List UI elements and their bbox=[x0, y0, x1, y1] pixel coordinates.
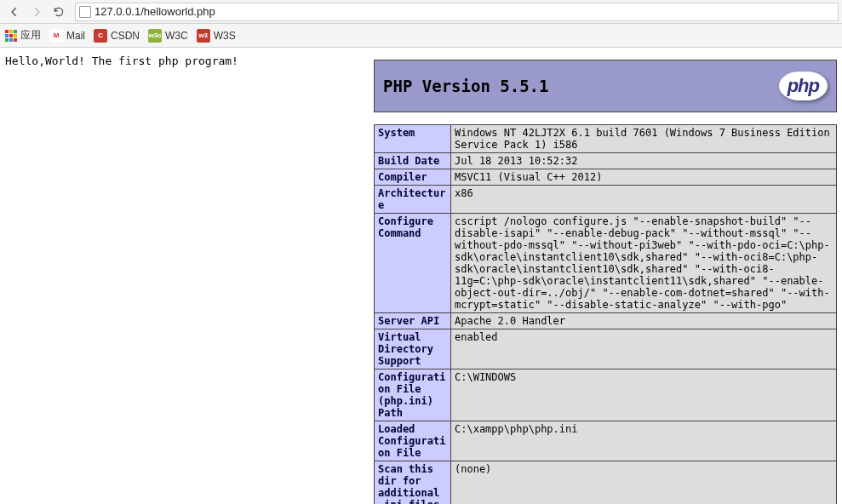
arrow-left-icon bbox=[9, 6, 20, 18]
table-row: Virtual Directory Supportenabled bbox=[375, 329, 837, 369]
php-version-title: PHP Version 5.5.1 bbox=[383, 77, 548, 95]
bookmark-label: Mail bbox=[66, 30, 85, 42]
address-bar[interactable]: 127.0.0.1/helloworld.php bbox=[75, 3, 839, 21]
info-value: x86 bbox=[451, 186, 837, 214]
page-content: Hello,World! The first php program! PHP … bbox=[0, 48, 842, 504]
phpinfo-block: PHP Version 5.5.1 php SystemWindows NT 4… bbox=[374, 60, 837, 504]
bookmarks-bar: 应用 M Mail C CSDN w3c W3C w3 W3S bbox=[0, 24, 842, 48]
info-key: Scan this dir for additional .ini files bbox=[375, 461, 451, 505]
info-value: MSVC11 (Visual C++ 2012) bbox=[451, 169, 837, 186]
table-row: Scan this dir for additional .ini files(… bbox=[375, 461, 837, 505]
apps-label: 应用 bbox=[20, 28, 41, 43]
info-key: Build Date bbox=[375, 153, 451, 169]
reload-button[interactable] bbox=[49, 3, 68, 21]
php-logo: php bbox=[779, 72, 828, 100]
php-logo-text: php bbox=[788, 75, 819, 96]
back-button[interactable] bbox=[5, 3, 24, 21]
bookmark-label: W3S bbox=[214, 30, 236, 42]
table-row: Configure Commandcscript /nologo configu… bbox=[375, 214, 837, 313]
info-value: Windows NT 42LJT2X 6.1 build 7601 (Windo… bbox=[451, 125, 837, 153]
info-key: Compiler bbox=[375, 169, 451, 186]
apps-icon bbox=[5, 30, 17, 42]
phpinfo-header: PHP Version 5.5.1 php bbox=[374, 60, 837, 112]
browser-nav-bar: 127.0.0.1/helloworld.php bbox=[0, 0, 842, 24]
bookmark-label: CSDN bbox=[111, 30, 140, 42]
w3s-icon: w3 bbox=[197, 29, 210, 43]
url-text: 127.0.0.1/helloworld.php bbox=[95, 5, 834, 18]
bookmark-mail[interactable]: M Mail bbox=[49, 29, 85, 43]
hello-text: Hello,World! The first php program! bbox=[5, 54, 238, 67]
apps-button[interactable]: 应用 bbox=[5, 28, 41, 43]
info-value: C:\xampp\php\php.ini bbox=[451, 421, 837, 461]
info-value: (none) bbox=[451, 461, 837, 505]
table-row: Build DateJul 18 2013 10:52:32 bbox=[375, 153, 837, 169]
info-key: Architecture bbox=[375, 186, 451, 214]
phpinfo-table: SystemWindows NT 42LJT2X 6.1 build 7601 … bbox=[374, 124, 837, 504]
bookmark-label: W3C bbox=[165, 30, 188, 42]
info-value: Apache 2.0 Handler bbox=[451, 313, 837, 329]
info-key: Configure Command bbox=[375, 214, 451, 313]
info-value: enabled bbox=[451, 329, 837, 369]
page-icon bbox=[79, 6, 91, 18]
mail-icon: M bbox=[49, 29, 63, 43]
info-value: Jul 18 2013 10:52:32 bbox=[451, 153, 837, 169]
reload-icon bbox=[53, 6, 65, 18]
table-row: Server APIApache 2.0 Handler bbox=[375, 313, 837, 329]
arrow-right-icon bbox=[31, 6, 43, 18]
table-row: Loaded Configuration FileC:\xampp\php\ph… bbox=[375, 421, 837, 461]
table-row: Architecturex86 bbox=[375, 186, 837, 214]
bookmark-w3s[interactable]: w3 W3S bbox=[197, 29, 236, 43]
csdn-icon: C bbox=[94, 29, 107, 43]
info-key: Virtual Directory Support bbox=[375, 329, 451, 369]
info-value: C:\WINDOWS bbox=[451, 369, 837, 421]
bookmark-w3c[interactable]: w3c W3C bbox=[148, 29, 188, 43]
info-key: Loaded Configuration File bbox=[375, 421, 451, 461]
info-key: Server API bbox=[375, 313, 451, 329]
bookmark-csdn[interactable]: C CSDN bbox=[94, 29, 140, 43]
table-row: SystemWindows NT 42LJT2X 6.1 build 7601 … bbox=[375, 125, 837, 153]
w3c-icon: w3c bbox=[148, 29, 162, 43]
info-value: cscript /nologo configure.js "--enable-s… bbox=[451, 214, 837, 313]
forward-button[interactable] bbox=[27, 3, 46, 21]
info-key: System bbox=[375, 125, 451, 153]
table-row: CompilerMSVC11 (Visual C++ 2012) bbox=[375, 169, 837, 186]
table-row: Configuration File (php.ini) PathC:\WIND… bbox=[375, 369, 837, 421]
info-key: Configuration File (php.ini) Path bbox=[375, 369, 451, 421]
